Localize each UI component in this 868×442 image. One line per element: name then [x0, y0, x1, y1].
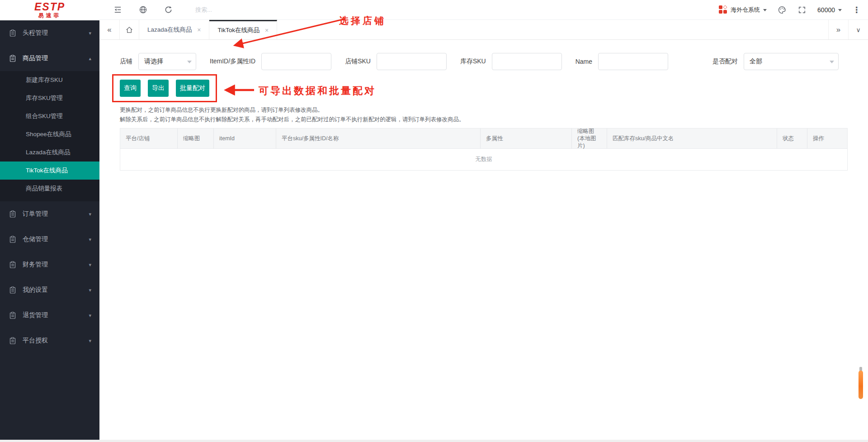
clipboard-icon — [9, 236, 16, 243]
clipboard-icon — [9, 261, 16, 268]
notice-line-1: 更换配对，之前订单商品信息不执行更换新配对的商品，请到订单列表修改商品。 — [120, 105, 848, 115]
shop-sku-filter-label: 店铺SKU — [345, 57, 371, 66]
sidebar-item-my-settings[interactable]: 我的设置 ▾ — [0, 277, 99, 303]
col-thumbnail: 缩略图 — [178, 128, 214, 148]
tab-label: Lazada在线商品 — [147, 26, 192, 34]
sidebar-item-label: 头程管理 — [23, 29, 89, 37]
close-icon[interactable]: × — [265, 27, 269, 34]
tab-lazada-products[interactable]: Lazada在线商品 × — [139, 20, 209, 39]
sidebar-item-headway[interactable]: 头程管理 ▾ — [0, 20, 99, 46]
tab-tiktok-products[interactable]: TikTok在线商品 × — [209, 20, 277, 39]
close-icon[interactable]: × — [197, 26, 201, 33]
shop-sku-input[interactable] — [377, 53, 447, 70]
tab-actions-dropdown-button[interactable]: ∨ — [848, 20, 868, 39]
system-name-label: 海外仓系统 — [731, 6, 760, 14]
fullscreen-icon[interactable] — [797, 5, 807, 14]
sidebar-item-label: 财务管理 — [23, 261, 89, 269]
clipboard-icon — [9, 210, 16, 218]
paired-filter-label: 是否配对 — [712, 57, 738, 66]
table-header-row: 平台/店铺 缩略图 itemId 平台sku/多属性ID/名称 多属性 缩略图 … — [120, 128, 847, 148]
pairing-notice: 更换配对，之前订单商品信息不执行更换新配对的商品，请到订单列表修改商品。 解除关… — [120, 105, 848, 124]
theme-palette-icon[interactable] — [778, 5, 787, 14]
sidebar-item-finance[interactable]: 财务管理 ▾ — [0, 252, 99, 277]
sidebar-item-label: 我的设置 — [23, 286, 89, 294]
sidebar-item-tiktok-products[interactable]: TikTok在线商品 — [0, 162, 99, 180]
col-operations: 操作 — [807, 128, 847, 148]
sidebar-item-shopee-products[interactable]: Shopee在线商品 — [0, 125, 99, 143]
clipboard-icon — [9, 55, 16, 62]
topbar: 海外仓系统 60000 ⋮ — [99, 0, 868, 20]
sidebar-item-warehouse[interactable]: 仓储管理 ▾ — [0, 227, 99, 252]
col-platform-sku: 平台sku/多属性ID/名称 — [276, 128, 481, 148]
page-content: 店铺 请选择 ItemID/多属性ID 店铺SKU 库存SKU Name — [99, 53, 868, 171]
bottom-edge-strip — [0, 440, 868, 442]
caret-down-icon: ▾ — [89, 313, 91, 318]
clipboard-icon — [9, 29, 16, 37]
sidebar-item-combo-sku-manage[interactable]: 组合SKU管理 — [0, 107, 99, 125]
sidebar-item-lazada-products[interactable]: Lazada在线商品 — [0, 143, 99, 162]
stock-sku-input[interactable] — [492, 53, 562, 70]
name-input[interactable] — [598, 53, 668, 70]
sidebar-item-stock-sku-manage[interactable]: 库存SKU管理 — [0, 89, 99, 107]
col-matched-stock-sku: 匹配库存sku/商品中文名 — [607, 128, 777, 148]
caret-down-icon: ▾ — [89, 211, 91, 217]
export-button[interactable]: 导出 — [148, 80, 169, 97]
sidebar-item-orders[interactable]: 订单管理 ▾ — [0, 201, 99, 227]
col-item-id: itemId — [214, 128, 276, 148]
scroll-tabs-right-button[interactable]: » — [828, 20, 848, 39]
sidebar-item-label: 仓储管理 — [23, 235, 89, 243]
scroll-tabs-left-button[interactable]: « — [99, 20, 119, 39]
actions-annotation-frame: 查询 导出 批量配对 — [112, 74, 217, 102]
itemid-filter-label: ItemID/多属性ID — [210, 57, 255, 66]
sidebar-item-label: 订单管理 — [23, 210, 89, 218]
paired-select-value: 全部 — [750, 57, 762, 66]
sidebar-item-label: 商品管理 — [23, 54, 89, 62]
tab-label: TikTok在线商品 — [217, 26, 259, 34]
col-local-thumbnail: 缩略图 (本地图片) — [572, 128, 607, 148]
sidebar-item-sales-report[interactable]: 商品销量报表 — [0, 180, 99, 198]
caret-up-icon: ▴ — [89, 56, 91, 62]
refresh-icon[interactable] — [164, 5, 173, 14]
itemid-input[interactable] — [261, 53, 331, 70]
apps-grid-icon — [719, 5, 727, 14]
table-empty-state: 无数据 — [120, 148, 847, 170]
sidebar-item-label: 退货管理 — [23, 311, 89, 319]
annotation-select-shop: 选择店铺 — [339, 14, 386, 27]
account-menu[interactable]: 60000 — [817, 6, 842, 14]
name-filter-label: Name — [576, 58, 592, 65]
col-attributes: 多属性 — [481, 128, 572, 148]
caret-down-icon: ▾ — [89, 262, 91, 268]
products-table: 平台/店铺 缩略图 itemId 平台sku/多属性ID/名称 多属性 缩略图 … — [120, 128, 848, 171]
globe-icon[interactable] — [138, 5, 147, 14]
caret-down-icon — [838, 9, 842, 13]
sidebar: ESTP 易速菲 头程管理 ▾ 商品管理 ▴ 新建库存SKU 库存SKU管理 组… — [0, 0, 99, 440]
logo-subtitle-text: 易速菲 — [38, 12, 61, 19]
search-button[interactable]: 查询 — [120, 80, 141, 97]
scrollbar-thumb[interactable] — [859, 371, 863, 399]
home-tab-button[interactable] — [119, 20, 139, 39]
sidebar-item-returns[interactable]: 退货管理 ▾ — [0, 303, 99, 328]
shop-select[interactable]: 请选择 — [138, 53, 196, 70]
caret-down-icon: ▾ — [89, 287, 91, 293]
account-id-label: 60000 — [817, 6, 835, 14]
shop-select-value: 请选择 — [144, 57, 163, 66]
home-icon — [125, 26, 133, 34]
sidebar-item-new-stock-sku[interactable]: 新建库存SKU — [0, 71, 99, 89]
paired-select[interactable]: 全部 — [744, 53, 839, 70]
caret-down-icon — [187, 61, 192, 66]
filter-form: 店铺 请选择 ItemID/多属性ID 店铺SKU 库存SKU Name — [120, 53, 848, 70]
more-vertical-icon[interactable]: ⋮ — [853, 6, 861, 14]
logo-brand-text: ESTP — [34, 2, 65, 12]
batch-pair-button[interactable]: 批量配对 — [176, 80, 209, 97]
caret-down-icon — [830, 61, 834, 66]
sidebar-item-platform-auth[interactable]: 平台授权 ▾ — [0, 328, 99, 353]
tabbar: « Lazada在线商品 × TikTok在线商品 × » ∨ — [99, 20, 868, 40]
clipboard-icon — [9, 312, 16, 319]
collapse-sidebar-icon[interactable] — [113, 5, 122, 14]
clipboard-icon — [9, 286, 16, 294]
stock-sku-filter-label: 库存SKU — [460, 57, 486, 66]
caret-down-icon: ▾ — [89, 237, 91, 242]
system-switcher[interactable]: 海外仓系统 — [719, 5, 767, 14]
sidebar-item-products[interactable]: 商品管理 ▴ — [0, 46, 99, 71]
search-input[interactable] — [195, 6, 281, 13]
